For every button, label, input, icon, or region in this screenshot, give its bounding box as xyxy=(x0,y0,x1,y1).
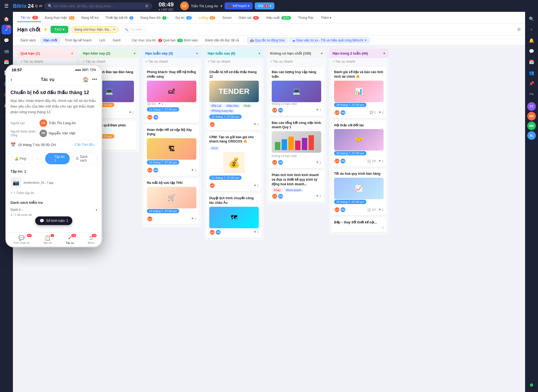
create-button[interactable]: TẠO ▾ xyxy=(51,26,68,33)
card-phantich[interactable]: Phân tích tình hình kinh doanh và đưa ra… xyxy=(269,170,324,202)
back-arrow-icon[interactable]: ‹ xyxy=(10,76,12,83)
card-danhgiasoliéu[interactable]: Đánh giá số liệu và báo cáo tình hình tà… xyxy=(331,67,386,118)
more-icon[interactable]: ••• xyxy=(92,77,97,83)
add-task-quahan[interactable]: + Tác vụ nhanh xyxy=(17,58,76,65)
tab-tacvu[interactable]: Tác vụ 20 xyxy=(17,13,41,22)
card-crm[interactable]: CRM: Tạo và gửi báo giá cho khách hàng C… xyxy=(207,132,261,191)
tab-duan[interactable]: Dự án 12 xyxy=(172,14,195,22)
col-plus-icon[interactable]: + xyxy=(258,51,260,55)
tab-gantt[interactable]: Gantt xyxy=(109,37,124,44)
right-icon-pm[interactable]: PM xyxy=(527,89,536,99)
right-icon-search[interactable]: 🔍 xyxy=(527,14,536,24)
tab-thêm[interactable]: Thêm ▾ xyxy=(317,14,335,22)
add-file-button[interactable]: + + Thêm tập tin xyxy=(10,190,97,197)
sidebar-icon-video[interactable]: 📹 xyxy=(2,46,11,56)
user-avatar[interactable]: LA xyxy=(180,2,189,10)
settings-icon[interactable]: ⚙ xyxy=(517,27,521,32)
card-bep[interactable]: Bếp – thay đổi thiết kế nội... ? xyxy=(331,218,386,232)
col-header-haituan: Hạn trong 2 tuần (44) + xyxy=(329,49,388,58)
search-input[interactable] xyxy=(54,4,143,8)
tab-thietlapboitoi[interactable]: Thiết lập bởi tôi 9 xyxy=(102,14,137,22)
tab-dangthuchien[interactable]: Đang thực hiện 11 xyxy=(42,14,78,22)
tab-lich[interactable]: Lịch xyxy=(96,37,108,44)
avatar-la: LA xyxy=(334,110,340,116)
add-task-khongco[interactable]: + Tác vụ nhanh xyxy=(267,58,326,65)
search-bar[interactable]: 🔍 ⌘ xyxy=(44,3,152,9)
ping-button[interactable]: 🔔 Ping xyxy=(10,153,30,164)
bottom-tab-trinhNhanTin[interactable]: 💬 Trình nhận tin 52 xyxy=(13,235,30,244)
tab-thungrác[interactable]: Thùng Rác xyxy=(295,14,317,22)
due-link[interactable]: Cần Tóm tắt r... xyxy=(75,143,97,147)
filter-close-icon[interactable]: ✕ xyxy=(113,28,115,31)
right-icon-green-dot xyxy=(527,380,536,390)
tab-scrum[interactable]: Scrum xyxy=(219,14,235,22)
checklist-title: Danh sách kiểm tra xyxy=(10,201,97,205)
tab-hanchot[interactable]: Hạn chốt xyxy=(40,37,60,44)
col-plus-icon[interactable]: + xyxy=(383,51,385,55)
right-icon-plus[interactable]: + xyxy=(527,25,536,34)
card-baocaoluongtruy[interactable]: Báo cáo lượng truy cập hàng tuần 💻 Không… xyxy=(269,67,324,116)
card-ramat[interactable]: Ra mắt bộ sưu tập THU 🛒 14 tháng 7, 07:0… xyxy=(144,178,199,224)
checklist-button[interactable]: ☰ Danh sách xyxy=(72,153,97,164)
card-baocaotongket[interactable]: Báo cáo tổng kết công việc kinh doanh Qu… xyxy=(269,118,324,168)
bottom-tab-bantin[interactable]: 📋 Bản tin 1 xyxy=(44,235,52,244)
tab-dangtheo[interactable]: Đang theo dõi 7 ‹ xyxy=(137,14,172,22)
card-duylichtrinh[interactable]: Duyệt lịch trình chuyến công tác châu Âu… xyxy=(207,193,261,238)
right-icon-pin[interactable]: 📌 xyxy=(527,79,536,88)
home-icon[interactable]: 🏠 xyxy=(83,77,89,83)
cards-tuansau: Chuẩn bị hồ sơ đấu thầu tháng 12 TENDER … xyxy=(204,65,264,240)
search-small[interactable]: 🔍 Tìm kiếm xyxy=(122,26,146,33)
kehoach-button[interactable]: 💼 Kế hoạch ▾ xyxy=(225,2,253,9)
tab-hieusuất[interactable]: Hiệu suất 109% xyxy=(263,14,294,22)
user-xl[interactable]: XL xyxy=(527,131,536,140)
tab-trinhlapkehoach[interactable]: Trình lập kế hoạch xyxy=(62,37,95,44)
more-button[interactable]: ··· xyxy=(32,153,43,164)
user-mb[interactable]: MB xyxy=(527,122,536,130)
card-footer: LA ⚑ 1 xyxy=(209,122,259,127)
user-tt[interactable]: TT xyxy=(527,102,536,111)
add-task-tuansau[interactable]: + Tác vụ nhanh xyxy=(204,58,264,65)
col-plus-icon[interactable]: + xyxy=(321,51,323,55)
card-hoanThien[interactable]: Hoàn thiện Hồ sơ nộp Bộ Xây Dựng 🏗 14 th… xyxy=(144,125,199,176)
card-phongkhach[interactable]: Phòng khách: thay đổi hệ thống chiếu sán… xyxy=(144,67,199,123)
bottom-tab-menu[interactable]: ☰ Menu 18 xyxy=(88,235,94,244)
hamburger-icon[interactable]: ☰ xyxy=(2,2,11,10)
right-icon-chat[interactable]: 💬 xyxy=(527,46,536,56)
col-plus-icon[interactable]: + xyxy=(133,51,136,55)
card-title: Chuẩn bị hồ sơ đấu thầu tháng 12 xyxy=(209,70,259,79)
card-dauThau[interactable]: Chuẩn bị hồ sơ đấu thầu tháng 12 TENDER … xyxy=(207,67,261,130)
right-icon-bell[interactable]: 🔔 xyxy=(527,35,536,45)
card-toiuuhoa[interactable]: Tối ưu hoá quy trình bán hàng 📈 28 tháng… xyxy=(331,169,386,215)
tab-danhsach[interactable]: Danh sách xyxy=(17,37,39,44)
user-mx[interactable]: MX xyxy=(527,112,536,120)
tab-cacmuc[interactable]: Các mục của tôi: 1 Quá hạn 19 Bình luận xyxy=(128,37,201,44)
file-button[interactable]: 📎 Tập tin: 1 xyxy=(45,153,70,164)
sidebar-icon-home[interactable]: 🏠 xyxy=(2,14,11,24)
tab-giamsat[interactable]: Giám sát 92 xyxy=(235,14,262,22)
chevron-right-icon[interactable]: › xyxy=(96,207,97,212)
mobile-status-bar: 18:57 ●●● WiFi 72% xyxy=(6,65,101,74)
sidebar-icon-chat[interactable]: 💬 xyxy=(2,35,11,45)
moi-button[interactable]: Mới 4 ▾ xyxy=(255,2,274,9)
due-date-text: 15 tháng 7 lúc 05:00 CH xyxy=(18,143,73,147)
col-plus-icon[interactable]: + xyxy=(196,51,198,55)
tab-danhda[interactable]: Đánh dấu đã đọc tất cả xyxy=(202,37,242,44)
add-task-haituan[interactable]: + Tác vụ nhanh xyxy=(329,58,388,65)
automation-button[interactable]: 🤖 Quy tắc tự động hóa xyxy=(247,37,288,44)
right-icon-users[interactable]: 👥 xyxy=(527,68,536,77)
remote-button[interactable]: ☁ Giao việc từ xa - Tối ưu hiệu quả cùng… xyxy=(289,37,370,44)
star-icon[interactable]: ★ xyxy=(44,27,47,32)
add-task-homnay[interactable]: + Tác vụ nhanh xyxy=(80,58,139,65)
card-image-chart xyxy=(272,131,321,153)
sidebar-icon-tasks[interactable]: ✓20 xyxy=(2,25,11,34)
add-task-tuannay[interactable]: + Tác vụ nhanh xyxy=(142,58,201,65)
tab-luong[interactable]: Luồng 12 xyxy=(196,14,218,22)
right-icon-calendar[interactable]: 📅 xyxy=(527,57,536,67)
moi-badge: 4 xyxy=(264,4,269,8)
bottom-tab-tacvu[interactable]: ✓ Tác vụ 20 xyxy=(66,235,74,244)
card-image: 🛋 xyxy=(147,81,196,102)
tab-danghотро[interactable]: Đang hỗ trợ xyxy=(78,14,102,22)
card-hoithao[interactable]: Hội thảo với Đối tác 🤝 28 tháng 7, 07:00… xyxy=(331,120,386,167)
col-plus-icon[interactable]: + xyxy=(71,51,73,55)
filter-tag[interactable]: Đang chờ thực hiện, Đa... ✕ xyxy=(72,26,118,33)
